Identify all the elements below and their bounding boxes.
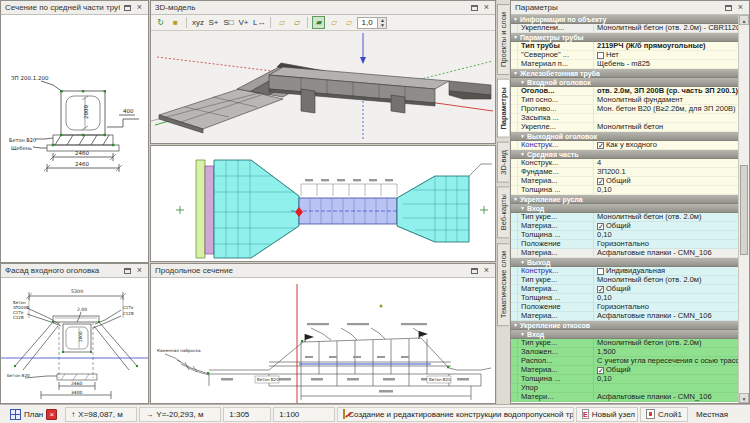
param-section-header[interactable]: ▼Укрепление русла	[511, 195, 749, 204]
collapse-chevron-icon[interactable]: ▼	[520, 332, 525, 337]
collapse-chevron-icon[interactable]: ▼	[513, 35, 518, 40]
param-value[interactable]: 1,500	[594, 348, 738, 356]
param-row[interactable]: Распол...С учетом угла пересечения с ось…	[511, 357, 749, 366]
collapse-chevron-icon[interactable]: ▼	[520, 260, 525, 265]
close-icon[interactable]: ×	[736, 3, 745, 12]
param-row[interactable]: Материа...✓Общий	[511, 366, 749, 375]
view-point-icon[interactable]: V+	[237, 16, 250, 29]
param-value[interactable]: ✓Общий	[594, 177, 738, 185]
side-tab-веб-карты[interactable]: Веб-карты	[497, 186, 509, 238]
param-row[interactable]: Толщина ...0,10	[511, 294, 749, 303]
panel-parameters-titlebar[interactable]: Параметры ×	[511, 1, 749, 15]
param-row[interactable]: Толщина ...0,10	[511, 186, 749, 195]
param-value[interactable]: С учетом угла пересечения с осью трассы	[594, 357, 738, 365]
param-row[interactable]: Материа...✓Общий	[511, 222, 749, 231]
collapse-chevron-icon[interactable]: ▼	[520, 152, 525, 157]
surfaces-group-icon[interactable]: ▱	[290, 16, 303, 29]
param-row[interactable]: Тип укре...Монолитный бетон (отв. 2.0м)	[511, 213, 749, 222]
param-value[interactable]: Горизонтально	[594, 240, 738, 248]
param-row[interactable]: ПоложениеГоризонтально	[511, 303, 749, 312]
param-row[interactable]: Конструк...Индивидуальная	[511, 267, 749, 276]
collapse-chevron-icon[interactable]: ▼	[513, 197, 518, 202]
param-row[interactable]: Упор	[511, 384, 749, 393]
close-icon[interactable]: ×	[482, 266, 491, 275]
param-row[interactable]: Материа...✓Общий	[511, 177, 749, 186]
snap-region-icon[interactable]: S□	[222, 16, 235, 29]
param-row[interactable]: "Северное" ...Нет	[511, 51, 749, 60]
param-subsection-header[interactable]: ▼Вход	[511, 204, 749, 213]
3d-viewport[interactable]	[151, 31, 495, 143]
param-row[interactable]: ПоложениеГоризонтально	[511, 240, 749, 249]
param-subsection-header[interactable]: ▼Выход	[511, 258, 749, 267]
scroll-up-icon[interactable]: ▲	[739, 15, 749, 25]
param-value[interactable]: Индивидуальная	[594, 267, 738, 275]
param-value[interactable]: отв. 2.0м, ЗП 200В (ср. часть ЗП 200.1)	[594, 87, 738, 95]
param-value[interactable]: 2119РЧ (Ж/б прямоугольные)	[594, 42, 738, 50]
param-value[interactable]: ✓Общий	[594, 366, 738, 374]
param-value[interactable]: ЗП200.1	[594, 168, 738, 176]
param-subsection-header[interactable]: ▼Вход	[511, 330, 749, 339]
param-row[interactable]: Толщина ...0,10	[511, 375, 749, 384]
checkbox-checked-icon[interactable]: ✓	[597, 178, 604, 185]
float-window-icon[interactable]	[470, 3, 479, 12]
param-row[interactable]: Конструк...✓Как у входного	[511, 141, 749, 150]
param-value[interactable]	[594, 114, 738, 122]
param-value[interactable]: 4	[594, 159, 738, 167]
measure-length-icon[interactable]: L↔	[252, 16, 266, 29]
param-value[interactable]: Монолитный бетон	[594, 123, 738, 131]
view-tab-plan[interactable]: План ×	[4, 407, 63, 422]
param-value[interactable]: Асфальтовые планки - CMN_106	[594, 393, 738, 401]
spinner-arrows[interactable]: ▲▼	[377, 18, 386, 28]
param-value[interactable]: 0,10	[594, 294, 738, 302]
param-subsection-header[interactable]: ▼Выходной оголовок	[511, 132, 749, 141]
param-row[interactable]: Материа...Асфальтовые планки - CMN_106	[511, 249, 749, 258]
scroll-thumb[interactable]	[740, 165, 748, 255]
param-subsection-header[interactable]: ▼Средняя часть	[511, 150, 749, 159]
coord-system-cell[interactable]: Местная	[690, 407, 748, 422]
collapse-chevron-icon[interactable]: ▼	[520, 206, 525, 211]
side-tab-параметры[interactable]: Параметры	[497, 79, 509, 138]
collapse-chevron-icon[interactable]: ▼	[520, 134, 525, 139]
wire-shading-icon[interactable]: ▱	[327, 16, 340, 29]
param-value[interactable]: 0,10	[594, 375, 738, 383]
param-row[interactable]: Укреплени...Монолитный бетон (отв. 2.0м)…	[511, 24, 749, 33]
checkbox-unchecked-icon[interactable]	[597, 268, 604, 275]
param-row[interactable]: Тип укре...Монолитный бетон (отв. 2.0м)	[511, 339, 749, 348]
current-layer-cell[interactable]: Слой1	[640, 407, 688, 422]
param-row[interactable]: Тип осно...Монолитный фундамент	[511, 96, 749, 105]
checkbox-checked-icon[interactable]: ✓	[597, 367, 604, 374]
param-value[interactable]: Нет	[594, 51, 738, 59]
float-window-icon[interactable]	[470, 266, 479, 275]
close-icon[interactable]: ×	[135, 266, 144, 275]
param-section-header[interactable]: ▼Железобетонная труба	[511, 69, 749, 78]
collapse-chevron-icon[interactable]: ▼	[513, 17, 518, 22]
param-row[interactable]: Материал п...Щебень - m825	[511, 60, 749, 69]
side-tab-3d-вид[interactable]: 3D-вид	[497, 142, 509, 183]
current-node-cell[interactable]: Е Новый узел	[576, 407, 638, 422]
xyz-coordinates-icon[interactable]: xyz	[191, 16, 205, 29]
collapse-chevron-icon[interactable]: ▼	[513, 323, 518, 328]
param-value[interactable]: Горизонтально	[594, 303, 738, 311]
horizontal-scale-cell[interactable]: 1:305	[223, 407, 271, 422]
param-section-header[interactable]: ▼Укрепление откосов	[511, 321, 749, 330]
param-row[interactable]: Противо...Мон. бетон В20 (В≥2.26м, для З…	[511, 105, 749, 114]
checkbox-checked-icon[interactable]: ✓	[597, 142, 604, 149]
param-row[interactable]: Фундаме...ЗП200.1	[511, 168, 749, 177]
checkbox-unchecked-icon[interactable]	[597, 52, 604, 59]
param-value[interactable]: Монолитный бетон (отв. 2.0м)	[594, 276, 738, 284]
param-row[interactable]: Засыпка ...	[511, 114, 749, 123]
float-window-icon[interactable]	[123, 3, 132, 12]
float-window-icon[interactable]	[724, 3, 733, 12]
param-subsection-header[interactable]: ▼Входной оголовок	[511, 78, 749, 87]
close-icon[interactable]: ×	[482, 3, 491, 12]
checkbox-checked-icon[interactable]: ✓	[597, 286, 604, 293]
param-value[interactable]: 0,10	[594, 186, 738, 194]
collapse-chevron-icon[interactable]: ▼	[520, 80, 525, 85]
param-row[interactable]: Матери...Асфальтовые планки - CMN_106	[511, 393, 749, 402]
model-box-icon[interactable]: ■	[169, 16, 182, 29]
params-scrollbar[interactable]: ▲ ▼	[738, 15, 749, 403]
param-row[interactable]: Материа...Асфальтовые планки - CMN_106	[511, 312, 749, 321]
float-window-icon[interactable]	[123, 266, 132, 275]
panel-longitudinal-titlebar[interactable]: Продольное сечение ×	[151, 264, 495, 278]
param-value[interactable]: Щебень - m825	[594, 60, 738, 68]
